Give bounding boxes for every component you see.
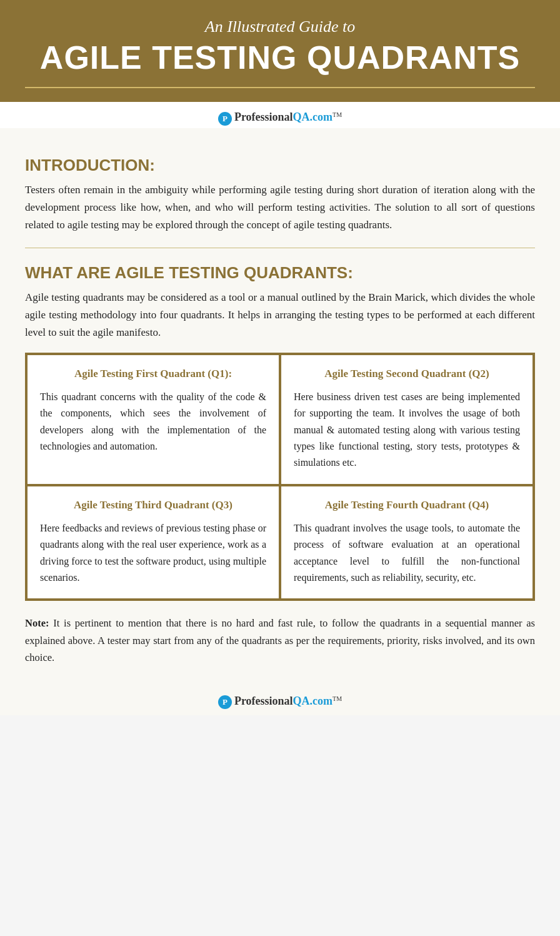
note-section: Note: It is pertinent to mention that th… [25,615,535,666]
logo-tm: TM [332,111,342,118]
q1-title: Agile Testing First Quadrant (Q1): [40,368,266,380]
top-logo: PProfessionalQA.comTM [218,112,342,123]
content-area: INTRODUCTION: Testers often remain in th… [0,128,560,685]
intro-body: Testers often remain in the ambiguity wh… [25,181,535,234]
q3-body: Here feedbacks and reviews of previous t… [40,520,266,586]
q2-title: Agile Testing Second Quadrant (Q2) [294,368,520,380]
top-logo-area: PProfessionalQA.comTM [0,102,560,128]
footer-logo-text: ProfessionalQA.com [234,695,332,707]
quadrant-grid: Agile Testing First Quadrant (Q1): This … [25,353,535,601]
q1-body: This quadrant concerns with the quality … [40,389,266,455]
intro-heading: INTRODUCTION: [25,156,535,175]
q4-body: This quadrant involves the usage tools, … [294,520,520,586]
what-are-body: Agile testing quadrants may be considere… [25,289,535,341]
header: An Illustrated Guide to AGILE TESTING QU… [0,0,560,102]
section-divider-1 [25,248,535,248]
footer-logo-tm: TM [332,695,342,702]
quadrant-q1: Agile Testing First Quadrant (Q1): This … [26,354,280,485]
header-title: AGILE TESTING QUADRANTS [25,40,535,76]
header-divider [25,87,535,88]
note-label: Note: [25,617,49,629]
quadrant-q2: Agile Testing Second Quadrant (Q2) Here … [280,354,534,485]
logo-text: ProfessionalQA.com [234,111,332,123]
what-are-heading: WHAT ARE AGILE TESTING QUADRANTS: [25,263,535,283]
q3-title: Agile Testing Third Quadrant (Q3) [40,499,266,511]
header-subtitle: An Illustrated Guide to [25,18,535,36]
infographic-container: An Illustrated Guide to AGILE TESTING QU… [0,0,560,715]
q4-title: Agile Testing Fourth Quadrant (Q4) [294,499,520,511]
footer-logo-area: PProfessionalQA.comTM [0,685,560,715]
footer-logo-icon: P [218,695,232,709]
quadrant-q4: Agile Testing Fourth Quadrant (Q4) This … [280,485,534,600]
logo-icon: P [218,112,232,126]
quadrant-q3: Agile Testing Third Quadrant (Q3) Here f… [26,485,280,600]
footer-logo: PProfessionalQA.comTM [218,696,342,707]
note-body: It is pertinent to mention that there is… [25,617,535,663]
q2-body: Here business driven test cases are bein… [294,389,520,471]
